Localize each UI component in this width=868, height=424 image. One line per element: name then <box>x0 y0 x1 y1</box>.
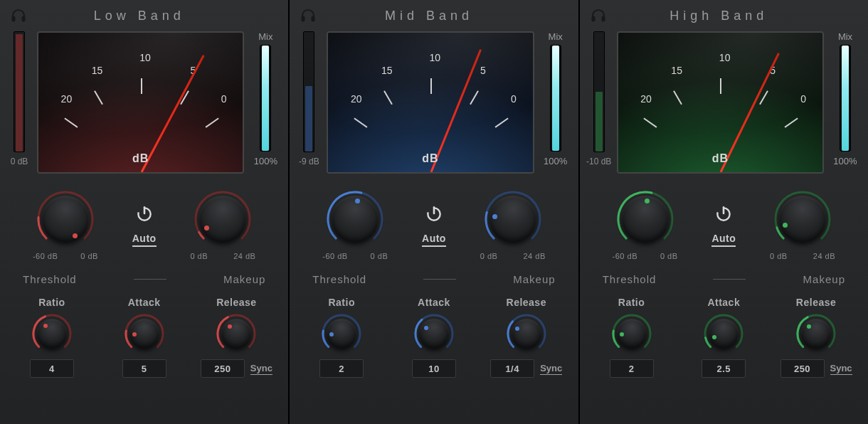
divider <box>134 279 166 280</box>
attack-value[interactable]: 5 <box>122 359 166 378</box>
headphones-icon[interactable] <box>292 7 324 24</box>
svg-rect-8 <box>592 16 595 21</box>
svg-rect-9 <box>602 16 605 21</box>
svg-rect-0 <box>12 16 15 21</box>
ratio-label: Ratio <box>38 297 65 308</box>
vu-tick-label: 15 <box>92 65 103 76</box>
vu-tick-label: 0 <box>221 93 227 105</box>
threshold-min: -60 dB <box>33 252 58 260</box>
sync-button[interactable]: Sync <box>540 363 562 375</box>
vu-tick-label: 10 <box>430 52 441 63</box>
threshold-min: -60 dB <box>613 252 637 260</box>
threshold-label: Threshold <box>312 273 366 285</box>
band-title: Low Band <box>34 9 244 23</box>
mix-slider[interactable] <box>260 45 271 152</box>
threshold-label: Threshold <box>23 273 77 285</box>
mix-label: Mix <box>258 31 272 42</box>
vu-tick-label: 15 <box>671 65 682 76</box>
makeup-knob[interactable] <box>485 191 541 248</box>
gain-reduction-meter <box>303 31 314 152</box>
attack-value[interactable]: 10 <box>412 359 456 378</box>
ratio-value[interactable]: 4 <box>30 359 74 378</box>
auto-button[interactable]: Auto <box>132 233 157 247</box>
vu-tick-label: 15 <box>381 65 393 76</box>
ratio-value[interactable]: 2 <box>319 359 364 378</box>
gain-reduction-value: -9 dB <box>299 157 319 166</box>
release-value[interactable]: 250 <box>780 359 825 378</box>
sync-button[interactable]: Sync <box>250 363 272 375</box>
sync-button[interactable]: Sync <box>830 363 852 375</box>
attack-label: Attack <box>418 297 450 308</box>
threshold-max: 0 dB <box>660 252 678 260</box>
mix-slider[interactable] <box>840 45 851 152</box>
makeup-label: Makeup <box>513 273 555 285</box>
attack-label: Attack <box>707 297 740 308</box>
attack-knob[interactable] <box>125 314 164 354</box>
vu-tick-label: 0 <box>800 93 806 105</box>
gain-reduction-value: -10 dB <box>586 157 611 166</box>
vu-tick-label: 10 <box>719 52 731 63</box>
vu-meter: 20151050 dB <box>327 31 534 174</box>
power-button[interactable] <box>714 204 733 223</box>
gain-reduction-value: 0 dB <box>11 157 28 166</box>
release-value[interactable]: 1/4 <box>490 359 534 378</box>
release-knob[interactable] <box>507 314 546 354</box>
attack-knob[interactable] <box>414 314 454 354</box>
makeup-max: 24 dB <box>524 252 546 260</box>
vu-meter: 20151050 dB <box>37 31 244 174</box>
makeup-knob[interactable] <box>194 191 251 248</box>
vu-tick-label: 20 <box>640 93 652 105</box>
attack-knob[interactable] <box>704 314 743 354</box>
threshold-knob[interactable] <box>37 191 94 248</box>
headphones-icon[interactable] <box>3 7 34 24</box>
band-low: Low Band 0 dB 20151050 dB Mix <box>0 0 290 424</box>
mix-slider[interactable] <box>550 45 561 152</box>
power-button[interactable] <box>425 204 443 223</box>
vu-unit: dB <box>422 152 438 165</box>
vu-tick-label: 20 <box>351 93 362 105</box>
band-high: High Band -10 dB 20151050 dB Mix <box>580 0 868 424</box>
ratio-label: Ratio <box>618 297 645 308</box>
mix-value: 100% <box>254 156 277 166</box>
threshold-max: 0 dB <box>371 252 388 260</box>
mix-label: Mix <box>838 31 852 42</box>
release-label: Release <box>507 297 546 308</box>
vu-unit: dB <box>132 152 149 165</box>
divider <box>713 279 746 280</box>
mix-label: Mix <box>549 31 563 42</box>
ratio-label: Ratio <box>328 297 355 308</box>
threshold-label: Threshold <box>603 273 657 285</box>
release-knob[interactable] <box>216 314 256 354</box>
makeup-knob[interactable] <box>774 191 831 248</box>
makeup-min: 0 dB <box>190 252 208 260</box>
release-value[interactable]: 250 <box>201 359 245 378</box>
makeup-label: Makeup <box>223 273 265 285</box>
release-knob[interactable] <box>796 314 836 354</box>
ratio-knob[interactable] <box>322 314 361 354</box>
ratio-value[interactable]: 2 <box>610 359 654 378</box>
auto-button[interactable]: Auto <box>711 233 736 247</box>
ratio-knob[interactable] <box>32 314 72 354</box>
band-title: Mid Band <box>324 9 534 23</box>
svg-rect-4 <box>302 16 305 21</box>
auto-button[interactable]: Auto <box>422 233 446 247</box>
divider <box>423 279 456 280</box>
gain-reduction-meter <box>593 31 605 152</box>
ratio-knob[interactable] <box>612 314 652 354</box>
svg-rect-1 <box>22 16 25 21</box>
band-title: High Band <box>614 9 824 23</box>
power-button[interactable] <box>135 204 154 223</box>
gain-reduction-meter <box>14 31 25 152</box>
band-mid: Mid Band -9 dB 20151050 dB Mix <box>290 0 579 424</box>
threshold-knob[interactable] <box>327 191 383 248</box>
makeup-min: 0 dB <box>480 252 498 260</box>
vu-tick-label: 0 <box>511 93 517 105</box>
svg-rect-5 <box>312 16 314 21</box>
vu-tick-label: 20 <box>61 93 73 105</box>
vu-tick-label: 10 <box>139 52 151 63</box>
threshold-knob[interactable] <box>617 191 674 248</box>
attack-label: Attack <box>128 297 161 308</box>
vu-unit: dB <box>712 152 729 165</box>
attack-value[interactable]: 2.5 <box>702 359 746 378</box>
headphones-icon[interactable] <box>583 7 614 24</box>
